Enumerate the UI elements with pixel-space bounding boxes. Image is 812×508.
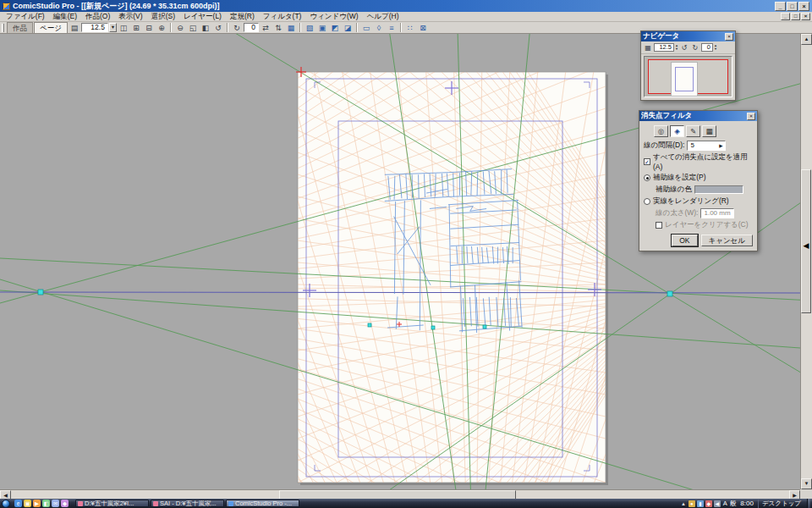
rotate-ccw-icon[interactable]: ↺ — [679, 43, 689, 52]
spacing-slider-icon[interactable]: ▶ — [719, 141, 722, 150]
zoom-out-icon[interactable]: ⊖ — [174, 23, 186, 33]
menu-item-9[interactable]: ウィンドウ(W) — [305, 12, 362, 22]
pen-render-icon[interactable]: ✎ — [686, 125, 700, 137]
remove-panel-icon[interactable]: ⊟ — [143, 23, 155, 33]
vp-dialog-titlebar[interactable]: 消失点フィルタ × — [639, 111, 757, 121]
cancel-button[interactable]: キャンセル — [701, 235, 754, 246]
taskbar-app-3[interactable]: ComicStudio Pro -... — [226, 500, 299, 507]
canvas-area[interactable] — [0, 34, 800, 489]
fit-window-icon[interactable]: ◱ — [187, 23, 199, 33]
rotate-ccw-icon[interactable]: ↺ — [212, 23, 224, 33]
spin-down-icon[interactable]: ▼ — [714, 47, 717, 51]
add-panel-icon[interactable]: ⊞ — [130, 23, 142, 33]
menubar: ファイル(F)編集(E)作品(O)表示(V)選択(S)レイヤー(L)定規(R)フ… — [0, 12, 812, 22]
page-layout-icon[interactable]: ▤ — [69, 23, 80, 33]
menu-lines-icon[interactable]: ≡ — [386, 23, 398, 33]
snap-ruler-icon[interactable]: ◩ — [329, 23, 341, 33]
snap-grid-icon[interactable]: ▣ — [316, 23, 328, 33]
child-minimize-button[interactable]: _ — [781, 13, 790, 20]
show-desktop-button[interactable] — [807, 499, 810, 508]
menu-item-1[interactable]: ファイル(F) — [2, 12, 49, 22]
guide-color-swatch[interactable] — [694, 185, 743, 194]
snap-vp-icon[interactable]: ◪ — [342, 23, 354, 33]
minimize-button[interactable]: _ — [775, 2, 786, 11]
apply-all-checkbox[interactable]: ✓ — [644, 158, 650, 165]
ruler-icon[interactable]: ◊ — [373, 23, 385, 33]
menu-item-8[interactable]: フィルタ(T) — [259, 12, 306, 22]
maximize-button[interactable]: □ — [787, 2, 798, 11]
menu-item-2[interactable]: 編集(E) — [49, 12, 81, 22]
media-player-icon[interactable]: ▶ — [33, 500, 41, 507]
navigator-panel: ナビゲータ × ▦ 12.5 ▲▼ ↺ ↻ 0 ▲▼ — [640, 30, 736, 101]
navigator-rotation-spinner[interactable]: ▲▼ — [714, 44, 717, 51]
navigator-preview[interactable] — [644, 56, 732, 97]
close-button[interactable]: × — [798, 2, 809, 11]
scroll-up-button[interactable]: ▲ — [801, 34, 812, 45]
zoom-level-field[interactable]: 12.5 — [81, 23, 108, 32]
taskbar-app-1[interactable]: D:¥五十嵐家2¥I... — [75, 500, 149, 507]
menu-item-5[interactable]: 選択(S) — [147, 12, 179, 22]
window-titlebar[interactable]: ComicStudio Pro - [[新規ページ] (24.69 * 35.3… — [0, 0, 812, 12]
network-icon[interactable]: ▮ — [697, 500, 704, 507]
app-launcher-icon[interactable]: ◆ — [61, 500, 69, 507]
dots-icon[interactable]: ∷ — [404, 23, 416, 33]
close-page-icon[interactable]: ⊠ — [417, 23, 429, 33]
tab-work[interactable]: 作品 — [7, 22, 33, 33]
rotate-cw-icon[interactable]: ↻ — [231, 23, 243, 33]
grid-render-icon[interactable]: ▦ — [702, 125, 716, 137]
line-spacing-field[interactable]: 5 ▶ — [687, 141, 726, 151]
start-button[interactable] — [2, 500, 10, 508]
ime-mode-indicator[interactable]: 般 — [730, 500, 737, 508]
ok-button[interactable]: OK — [672, 235, 697, 246]
render-lines-radio[interactable] — [644, 198, 650, 205]
grid-icon[interactable]: ▦ — [285, 23, 297, 33]
menu-item-10[interactable]: ヘルプ(H) — [363, 12, 403, 22]
toolbar-grip[interactable] — [2, 24, 4, 32]
flip-horizontal-icon[interactable]: ⇄ — [260, 23, 272, 33]
navigator-zoom-field[interactable]: 12.5 — [654, 43, 674, 52]
tab-page[interactable]: ページ — [34, 22, 68, 33]
flip-vertical-icon[interactable]: ⇅ — [272, 23, 284, 33]
photo-viewer-icon[interactable]: ◧ — [42, 500, 50, 507]
navigator-rotation-field[interactable]: 0 — [701, 43, 713, 52]
scroll-down-button[interactable]: ▼ — [801, 478, 812, 489]
spin-down-icon[interactable]: ▼ — [675, 47, 678, 51]
tone-icon[interactable]: ▧ — [304, 23, 315, 33]
child-restore-button[interactable]: □ — [791, 13, 800, 20]
navigator-close-button[interactable]: × — [725, 33, 733, 41]
set-guides-radio[interactable] — [644, 174, 650, 181]
taskbar-app-2[interactable]: SAI - D:¥五十嵐家... — [151, 500, 224, 507]
menu-item-7[interactable]: 定規(R) — [226, 12, 259, 22]
ie-icon[interactable]: e — [14, 500, 22, 507]
menu-item-3[interactable]: 作品(O) — [81, 12, 114, 22]
zoom-in-icon[interactable]: ⊕ — [156, 23, 167, 33]
volume-icon[interactable]: ◀ — [714, 500, 721, 507]
antivirus-icon[interactable]: ◆ — [705, 500, 712, 507]
explorer-icon[interactable]: ▣ — [24, 500, 31, 507]
palette-collapse-icon[interactable]: ◀ — [801, 240, 811, 251]
frame-border-icon[interactable]: ▭ — [360, 23, 372, 33]
spread-view-icon[interactable]: ◫ — [118, 23, 129, 33]
document-canvas[interactable] — [0, 34, 800, 489]
navigator-page-icon[interactable]: ▦ — [643, 43, 653, 52]
rotate-cw-icon[interactable]: ↻ — [690, 43, 700, 52]
navigator-view-rectangle[interactable] — [648, 59, 728, 94]
toolbar-separator — [299, 23, 301, 32]
menu-item-4[interactable]: 表示(V) — [114, 12, 146, 22]
view-rotation-field[interactable]: 0 — [244, 23, 259, 32]
zoom-dropdown-button[interactable]: ▼ — [109, 23, 117, 32]
vp-show-icon[interactable]: ◎ — [654, 125, 668, 137]
desktop-toolbar-button[interactable]: デスクトップ — [758, 500, 804, 508]
menu-item-6[interactable]: レイヤー(L) — [179, 12, 226, 22]
taskbar-clock[interactable]: 8:00 — [738, 500, 755, 507]
child-close-button[interactable]: × — [801, 13, 810, 20]
mail-icon[interactable]: ✉ — [52, 500, 59, 507]
guide-line-icon[interactable]: ◈ — [670, 125, 684, 137]
ime-alpha-indicator[interactable]: A — [723, 500, 727, 507]
fit-width-icon[interactable]: ◧ — [200, 23, 211, 33]
update-icon[interactable]: ● — [689, 500, 695, 507]
vp-dialog-close-button[interactable]: × — [747, 113, 755, 120]
navigator-zoom-spinner[interactable]: ▲▼ — [675, 44, 678, 51]
navigator-titlebar[interactable]: ナビゲータ × — [641, 31, 735, 41]
hidden-icons-chevron[interactable]: ▲ — [681, 501, 686, 506]
